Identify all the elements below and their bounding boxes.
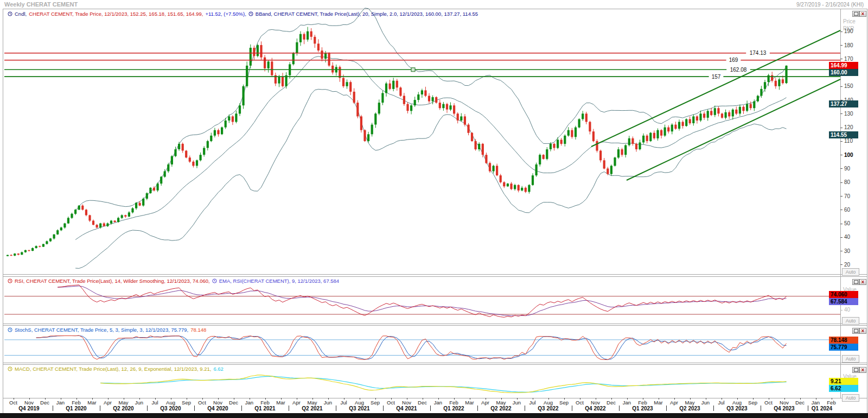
macd-auto-button[interactable]: Auto	[842, 394, 859, 402]
month-label: Feb	[72, 400, 80, 406]
sep-rsi-bottom	[3, 324, 867, 324]
price-badge: 78.148	[829, 337, 858, 344]
stoch-auto-button[interactable]: Auto	[842, 355, 859, 363]
month-label: Nov	[780, 400, 789, 406]
close-icon: ×	[861, 11, 865, 16]
quarter-label: Q4 2021	[396, 406, 417, 411]
rsi-lines	[58, 285, 786, 318]
quarter-label: Q4 2020	[207, 406, 228, 411]
main-auto-button[interactable]: Auto	[842, 268, 859, 276]
rsi-auto-button[interactable]: Auto	[842, 317, 859, 325]
quarter-label: Q1 2023	[632, 406, 653, 411]
stoch-close-button[interactable]: ×	[859, 328, 866, 334]
quarter-separator	[241, 406, 242, 411]
month-label: Apr	[104, 400, 112, 406]
month-label: Jul	[340, 400, 347, 406]
month-label: Oct	[9, 400, 17, 406]
quarter-separator	[477, 406, 478, 411]
legend-text: BBand, CHERAT CEMENT, Trade Price(Last),…	[256, 11, 478, 17]
svg-text:157: 157	[712, 74, 721, 80]
minimize-icon	[854, 280, 858, 284]
month-label: Jul	[151, 400, 158, 406]
window-title: Weekly CHERAT CEMENT	[4, 1, 78, 8]
quarter-separator	[336, 406, 336, 411]
month-label: Jan	[812, 400, 820, 406]
quarter-separator	[100, 406, 100, 411]
month-label: Jan	[623, 400, 631, 406]
quarter-separator	[761, 406, 761, 411]
price-level-line[interactable]: 162.08	[4, 66, 840, 73]
month-label: Aug	[355, 400, 364, 406]
price-badge: 74.060	[829, 291, 858, 298]
month-label: Nov	[591, 400, 600, 406]
axis-tick-label: 40	[844, 307, 850, 313]
macd-minimize-button[interactable]	[852, 367, 859, 373]
price-level-line[interactable]: 169	[4, 57, 840, 64]
macd-legend[interactable]: MACD, CHERAT CEMENT, Trade Price(Last), …	[8, 366, 225, 372]
price-level-line[interactable]: 157	[4, 73, 840, 80]
quarter-separator	[525, 406, 525, 411]
quarter-label: Q4 2019	[18, 406, 39, 411]
stoch-legend[interactable]: StochS, CHERAT CEMENT, Trade Price, 5, 3…	[8, 327, 207, 333]
quarter-label: Q1 2024	[812, 406, 832, 411]
price-badge: 75.779	[829, 344, 858, 351]
price-badge: 67.584	[829, 298, 858, 305]
quarter-separator	[619, 406, 620, 411]
trendline[interactable]	[627, 79, 840, 180]
stoch-minimize-button[interactable]	[852, 328, 859, 334]
main-close-button[interactable]: ×	[859, 11, 866, 17]
axis-tick	[840, 59, 843, 59]
price-badge: 9.21	[829, 378, 858, 385]
month-label: May	[119, 400, 129, 406]
close-icon: ×	[861, 328, 865, 333]
price-level-line[interactable]: 174.13	[4, 50, 840, 56]
axis-tick	[840, 182, 843, 183]
axis-tick-label: 40	[844, 234, 850, 240]
month-label: Jan	[434, 400, 442, 406]
legend-text: EMA, RSI(CHERAT CEMENT), 9, 12/1/2023, 6…	[219, 278, 339, 284]
quarter-separator	[713, 406, 714, 411]
trendline[interactable]	[591, 30, 840, 147]
legend-text: 78.148	[190, 327, 206, 333]
axis-tick-label: 50	[844, 220, 850, 226]
legend-text: StochS, CHERAT CEMENT, Trade Price, 5, 3…	[15, 327, 188, 333]
axis-tick	[840, 210, 843, 210]
window-bottom-edge	[0, 413, 868, 418]
month-label: Aug	[166, 400, 175, 406]
main-minimize-button[interactable]	[852, 11, 859, 17]
close-icon: ×	[861, 280, 865, 284]
month-label: Jan	[245, 400, 253, 406]
rsi-close-button[interactable]: ×	[859, 279, 866, 285]
month-label: Apr	[670, 400, 678, 406]
date-range: 9/27/2019 - 2/16/2024 (KHI)	[796, 2, 864, 8]
candles	[7, 27, 788, 257]
drawing-handle[interactable]	[411, 68, 415, 72]
main-legend[interactable]: Cndl, CHERAT CEMENT, Trade Price, 12/1/2…	[8, 11, 479, 17]
month-label: Feb	[638, 400, 647, 406]
rsi-legend[interactable]: RSI, CHERAT CEMENT, Trade Price(Last), 1…	[8, 278, 340, 284]
rsi-minimize-button[interactable]	[852, 279, 859, 285]
axis-tick	[840, 251, 843, 251]
quarter-label: Q2 2023	[679, 406, 700, 411]
legend-text: RSI, CHERAT CEMENT, Trade Price(Last), 1…	[15, 278, 210, 284]
period-icon	[8, 11, 12, 16]
period-icon	[248, 11, 253, 16]
macd-close-button[interactable]: ×	[859, 367, 866, 373]
quarter-label: Q3 2021	[349, 406, 369, 411]
period-icon	[212, 278, 217, 283]
month-label: Nov	[213, 400, 222, 406]
month-label: Aug	[732, 400, 742, 406]
bollinger-bands	[75, 8, 786, 269]
quarter-separator	[383, 406, 384, 411]
month-label: Sep	[748, 400, 757, 406]
axis-tick-label: 90	[844, 166, 850, 172]
axis-tick-label: 20	[844, 262, 850, 268]
month-label: Nov	[24, 400, 34, 406]
month-label: Sep	[182, 400, 191, 406]
quarter-separator	[53, 406, 53, 411]
quarter-separator	[194, 406, 195, 411]
quarter-label: Q2 2022	[490, 406, 511, 411]
minimize-icon	[854, 12, 858, 16]
quarter-label: Q3 2020	[160, 406, 181, 411]
axis-tick	[840, 45, 843, 46]
